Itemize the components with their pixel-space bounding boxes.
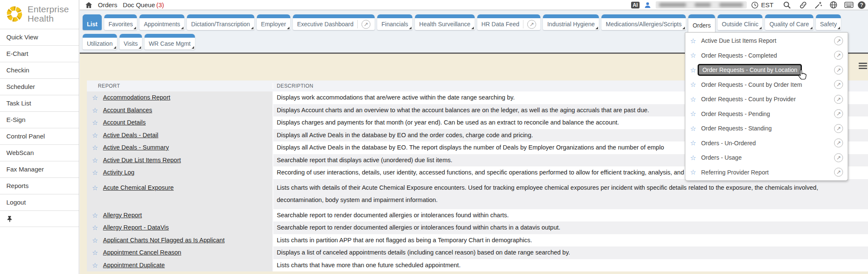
sidebar-item-webscan[interactable]: WebScan (0, 144, 79, 161)
tab-safety[interactable]: Safety (816, 14, 841, 30)
breadcrumb-orders[interactable]: Orders (98, 1, 117, 8)
sidebar-item-reports[interactable]: Reports (0, 177, 79, 194)
tab-outside-clinic[interactable]: Outside Clinic (718, 14, 762, 30)
sidebar-item-quick-view[interactable]: Quick View (0, 29, 79, 45)
tab-industrial-hygiene[interactable]: Industrial Hygiene (543, 14, 599, 30)
open-in-new-icon[interactable]: ↗ (834, 153, 843, 162)
report-link[interactable]: Active Deals - Summary (103, 141, 169, 154)
menu-item-active-due-list-items-report[interactable]: ☆Active Due List Items Report↗ (685, 33, 848, 48)
favorite-star-icon[interactable]: ☆ (92, 154, 103, 167)
external-link-icon[interactable]: ↗ (362, 20, 370, 29)
tab-medications-allergies-scripts[interactable]: Medications/Allergies/Scripts (601, 14, 686, 30)
tab-wr-case-mgmt[interactable]: WR Case Mgmt (145, 34, 195, 50)
sidebar-item-task-list[interactable]: Task List (0, 95, 79, 111)
menu-item-referring-provider-report[interactable]: ☆Referring Provider Report↗ (685, 165, 848, 180)
clock-icon[interactable] (751, 1, 759, 9)
favorite-star-icon[interactable]: ☆ (92, 182, 103, 194)
link-icon[interactable] (799, 1, 807, 9)
favorite-star-icon[interactable]: ☆ (92, 141, 103, 154)
favorite-star-icon[interactable]: ☆ (690, 37, 701, 45)
menu-item-orders-un-ordered[interactable]: ☆Orders - Un-Ordered↗ (685, 136, 848, 151)
sidebar-item-logout[interactable]: Logout (0, 194, 79, 210)
sidebar-item-control-panel[interactable]: Control Panel (0, 128, 79, 144)
favorite-star-icon[interactable]: ☆ (92, 259, 103, 272)
sidebar-pin-button[interactable] (0, 210, 79, 227)
menu-item-order-requests-count-by-order-item[interactable]: ☆Order Requests - Count by Order Item↗ (685, 77, 848, 92)
tab-utilization[interactable]: Utilization (83, 34, 117, 50)
favorite-star-icon[interactable]: ☆ (92, 209, 103, 222)
open-in-new-icon[interactable]: ↗ (834, 51, 843, 60)
tab-hr-data-feed[interactable]: HR Data Feed↗ (477, 14, 540, 30)
open-in-new-icon[interactable]: ↗ (834, 80, 843, 89)
sidebar-item-e-chart[interactable]: E-Chart (0, 45, 79, 62)
favorite-star-icon[interactable]: ☆ (690, 80, 701, 89)
external-link-icon[interactable]: ↗ (527, 20, 536, 29)
open-in-new-icon[interactable]: ↗ (834, 109, 843, 118)
tab-dictation-transcription[interactable]: Dictation/Transcription (187, 14, 254, 30)
favorite-star-icon[interactable]: ☆ (92, 221, 103, 234)
tab-executive-dashboard[interactable]: Executive Dashboard↗ (293, 14, 375, 30)
favorite-star-icon[interactable]: ☆ (690, 95, 701, 103)
favorite-star-icon[interactable]: ☆ (92, 166, 103, 179)
report-link[interactable]: Activity Log (103, 166, 134, 179)
open-in-new-icon[interactable]: ↗ (834, 95, 843, 104)
tab-list[interactable]: List (83, 14, 102, 30)
keyboard-icon[interactable] (844, 1, 854, 8)
menu-item-orders-usage[interactable]: ☆Orders - Usage↗ (685, 150, 848, 165)
open-in-new-icon[interactable]: ↗ (834, 138, 843, 147)
open-in-new-icon[interactable]: ↗ (834, 168, 843, 177)
report-link[interactable]: Account Details (103, 116, 146, 129)
report-link[interactable]: Appointment Cancel Reason (103, 246, 181, 259)
favorite-star-icon[interactable]: ☆ (690, 168, 701, 176)
favorite-star-icon[interactable]: ☆ (92, 246, 103, 259)
tab-appointments[interactable]: Appointments (139, 14, 184, 30)
favorite-star-icon[interactable]: ☆ (92, 129, 103, 142)
magic-wand-icon[interactable] (814, 1, 823, 9)
menu-item-order-requests-count-by-provider[interactable]: ☆Order Requests - Count by Provider↗ (685, 92, 848, 107)
open-in-new-icon[interactable]: ↗ (834, 66, 843, 75)
tab-orders[interactable]: Orders☆Active Due List Items Report↗☆Ord… (688, 14, 715, 32)
favorite-star-icon[interactable]: ☆ (92, 104, 103, 117)
menu-item-order-requests-standing[interactable]: ☆Order Requests - Standing↗ (685, 121, 848, 136)
tab-quality-of-care[interactable]: Quality of Care (765, 14, 813, 30)
sidebar-item-e-sign[interactable]: E-Sign (0, 111, 79, 128)
menu-item-order-requests-completed[interactable]: ☆Order Requests - Completed↗ (685, 48, 848, 63)
open-in-new-icon[interactable]: ↗ (834, 124, 843, 133)
breadcrumb-doc-queue[interactable]: Doc Queue(3) (123, 1, 164, 8)
ai-badge[interactable]: AI (631, 2, 640, 8)
tab-visits[interactable]: Visits (120, 34, 142, 50)
sidebar-item-fax-manager[interactable]: Fax Manager (0, 161, 79, 177)
open-in-new-icon[interactable]: ↗ (834, 36, 843, 45)
favorite-star-icon[interactable]: ☆ (92, 91, 103, 104)
report-link[interactable]: Allergy Report - DataVis (103, 221, 169, 234)
sidebar-item-scheduler[interactable]: Scheduler (0, 78, 79, 95)
home-icon[interactable] (85, 2, 92, 8)
table-menu-icon[interactable] (859, 61, 867, 70)
tab-financials[interactable]: Financials (377, 14, 412, 30)
tab-health-surveillance[interactable]: Health Surveillance (415, 14, 475, 30)
menu-item-order-requests-count-by-location[interactable]: ☆Order Requests - Count by Location↗ (685, 63, 848, 77)
menu-item-order-requests-pending[interactable]: ☆Order Requests - Pending↗ (685, 107, 848, 122)
report-link[interactable]: Account Balances (103, 104, 152, 117)
favorite-star-icon[interactable]: ☆ (690, 139, 701, 147)
tab-favorites[interactable]: Favorites (104, 14, 137, 30)
report-link[interactable]: Applicant Charts Not Flagged as Is Appli… (103, 234, 225, 247)
help-icon[interactable]: ? (858, 1, 865, 9)
sidebar-item-checkin[interactable]: Checkin (0, 62, 79, 78)
report-link[interactable]: Acute Chemical Exposure (103, 182, 174, 194)
report-link[interactable]: Appointment Duplicate (103, 259, 165, 272)
globe-icon[interactable] (829, 1, 837, 9)
report-link[interactable]: Allergy Report (103, 209, 142, 222)
report-link[interactable]: Active Deals - Detail (103, 129, 159, 142)
favorite-star-icon[interactable]: ☆ (92, 234, 103, 247)
favorite-star-icon[interactable]: ☆ (690, 125, 701, 133)
tab-employer[interactable]: Employer (257, 14, 290, 30)
favorite-star-icon[interactable]: ☆ (690, 154, 701, 162)
favorite-star-icon[interactable]: ☆ (92, 116, 103, 129)
favorite-star-icon[interactable]: ☆ (690, 51, 701, 59)
search-icon[interactable] (783, 1, 791, 9)
favorite-star-icon[interactable]: ☆ (690, 110, 701, 118)
report-link[interactable]: Active Due List Items Report (103, 154, 181, 167)
user-icon[interactable] (644, 1, 651, 9)
report-link[interactable]: Accommodations Report (103, 91, 170, 104)
